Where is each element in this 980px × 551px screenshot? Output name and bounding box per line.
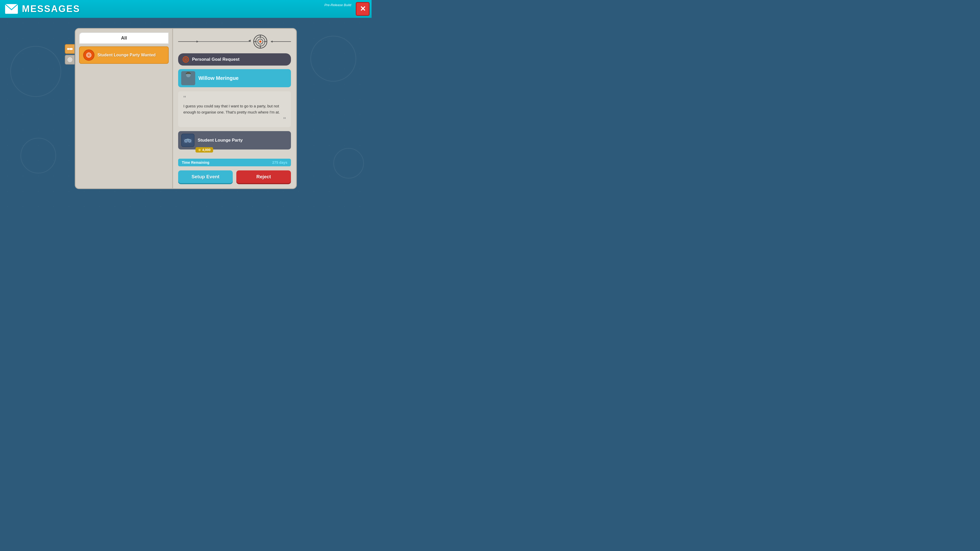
event-cost-badge: 4,000 xyxy=(196,147,213,152)
quote-text: I guess you could say that I want to go … xyxy=(183,103,286,115)
pre-release-label: Pre-Release Build xyxy=(325,3,351,7)
right-arrow-line xyxy=(270,40,291,43)
time-value: 275 days xyxy=(272,160,287,165)
message-item-icon xyxy=(83,49,94,61)
time-remaining-bar: Time Remaining 275 days xyxy=(178,159,291,166)
event-cost: 4,000 xyxy=(202,148,210,152)
svg-point-29 xyxy=(186,140,186,141)
tab-goal[interactable] xyxy=(65,55,75,65)
message-item[interactable]: Student Lounge Party Wanted xyxy=(79,46,169,64)
close-button[interactable]: ✕ xyxy=(356,2,369,16)
character-row: Willow Meringue xyxy=(178,69,291,87)
character-avatar xyxy=(181,71,195,85)
messages-icon xyxy=(5,4,18,14)
quote-section: " I guess you could say that I want to g… xyxy=(178,91,291,127)
svg-marker-9 xyxy=(197,41,199,43)
svg-rect-34 xyxy=(189,137,192,139)
target-icon xyxy=(253,34,268,49)
goal-icon xyxy=(182,56,189,63)
event-card-name: Student Lounge Party xyxy=(197,138,243,143)
close-icon: ✕ xyxy=(360,5,366,13)
message-list: Student Lounge Party Wanted xyxy=(76,44,172,68)
message-item-text: Student Lounge Party Wanted xyxy=(97,53,156,57)
event-card-icon xyxy=(181,134,194,147)
right-panel: Personal Goal Request Willow Meringue xyxy=(173,28,297,189)
svg-point-3 xyxy=(70,59,70,60)
goal-header: Personal Goal Request xyxy=(178,53,291,65)
left-arrow-line xyxy=(178,41,250,42)
svg-rect-26 xyxy=(187,72,190,74)
main-content: All Student Lounge Party Wanted xyxy=(0,18,372,208)
event-section: Student Lounge Party 4,000 xyxy=(178,131,291,152)
svg-point-22 xyxy=(185,59,186,60)
reject-button[interactable]: Reject xyxy=(236,170,291,183)
tab-infinite[interactable] xyxy=(65,44,75,54)
svg-rect-33 xyxy=(184,137,186,139)
header: MESSAGES Pre-Release Build ✕ xyxy=(0,0,372,18)
svg-point-13 xyxy=(259,41,261,43)
page-title: MESSAGES xyxy=(22,3,80,14)
filter-label: All xyxy=(121,35,127,41)
time-label: Time Remaining xyxy=(182,160,209,165)
filter-header: All xyxy=(79,32,169,44)
svg-marker-18 xyxy=(270,41,272,43)
svg-point-31 xyxy=(189,140,190,141)
target-icon-container xyxy=(178,34,291,49)
messages-container: All Student Lounge Party Wanted xyxy=(75,28,297,189)
goal-header-text: Personal Goal Request xyxy=(192,57,239,62)
character-name: Willow Meringue xyxy=(198,75,239,81)
cost-currency-icon xyxy=(198,148,201,151)
left-tabs xyxy=(65,44,75,65)
action-buttons: Setup Event Reject xyxy=(178,170,291,183)
setup-event-button[interactable]: Setup Event xyxy=(178,170,233,183)
left-panel: All Student Lounge Party Wanted xyxy=(75,28,173,189)
svg-point-7 xyxy=(89,55,89,56)
event-card: Student Lounge Party xyxy=(178,131,291,149)
open-quote: " xyxy=(183,95,286,102)
close-quote: " xyxy=(183,116,286,124)
svg-rect-32 xyxy=(187,139,189,140)
svg-rect-24 xyxy=(185,78,192,84)
